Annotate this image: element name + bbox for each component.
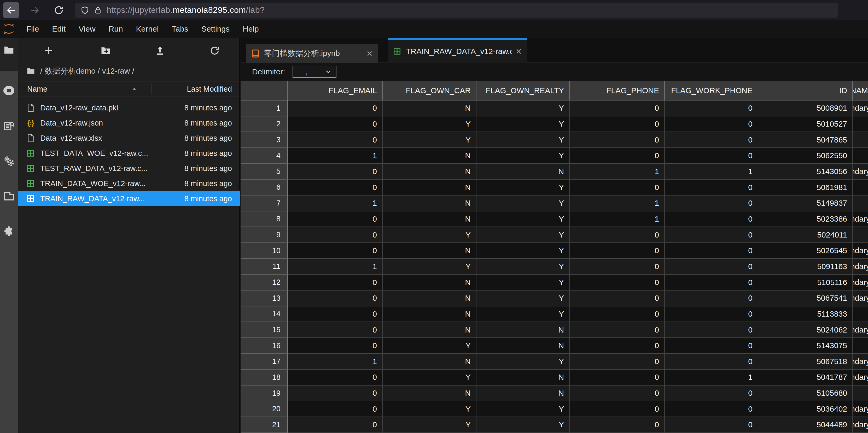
breadcrumb[interactable]: / 数据分析demo / v12-raw / xyxy=(18,64,240,78)
grid-cell: N xyxy=(383,243,476,259)
file-list-item[interactable]: {:}Data_v12-raw.json8 minutes ago xyxy=(18,115,240,131)
menu-item-file[interactable]: File xyxy=(20,25,45,33)
menu-item-help[interactable]: Help xyxy=(236,25,266,33)
grid-cell-truncated xyxy=(853,116,868,132)
upload-button[interactable] xyxy=(154,44,167,57)
file-list-item[interactable]: TRAIN_DATA_WOE_v12-raw...8 minutes ago xyxy=(18,176,240,191)
menu-item-run[interactable]: Run xyxy=(102,25,130,33)
grid-column-header: FLAG_OWN_REALTY xyxy=(476,81,570,100)
running-kernels-icon[interactable] xyxy=(2,84,16,98)
csv-file-icon xyxy=(26,164,35,173)
refresh-button[interactable] xyxy=(208,44,221,57)
file-name: Data_v12-raw_data.pkl xyxy=(40,104,118,112)
delimiter-value: , xyxy=(306,67,308,76)
file-last-modified: 8 minutes ago xyxy=(184,179,232,188)
file-list-item[interactable]: TEST_DATA_WOE_v12-raw.c...8 minutes ago xyxy=(18,146,240,161)
grid-cell-truncated xyxy=(853,179,868,196)
column-header-last-modified[interactable]: Last Modified xyxy=(187,85,232,94)
file-list-item[interactable]: Data_v12-raw_data.pkl8 minutes ago xyxy=(18,100,240,115)
menu-item-tabs[interactable]: Tabs xyxy=(165,25,195,33)
csv-toolbar: Delimiter: , xyxy=(241,63,868,81)
tab-active[interactable]: TRAIN_RAW_DATA_v12-raw.c× xyxy=(388,38,527,63)
grid-row-number: 14 xyxy=(241,306,288,322)
menu-items: FileEditViewRunKernelTabsSettingsHelp xyxy=(20,25,266,33)
grid-cell: 5091163 xyxy=(758,259,853,275)
property-inspector-icon[interactable] xyxy=(2,119,16,133)
grid-cell-truncated: ndary xyxy=(853,164,868,180)
notebook-icon xyxy=(251,49,260,58)
shield-icon xyxy=(81,6,89,14)
breadcrumb-path: / 数据分析demo / v12-raw / xyxy=(40,66,134,76)
column-header-name[interactable]: Name xyxy=(27,85,47,94)
grid-cell: 5023386 xyxy=(758,211,853,227)
grid-row-number: 1 xyxy=(241,100,288,116)
grid-cell: 0 xyxy=(665,196,758,211)
menu-item-edit[interactable]: Edit xyxy=(45,25,72,33)
grid-cell-truncated xyxy=(853,338,868,354)
grid-cell: 0 xyxy=(665,291,758,306)
grid-cell-truncated xyxy=(853,227,868,243)
grid-cell: 0 xyxy=(570,401,665,417)
menu-item-kernel[interactable]: Kernel xyxy=(130,25,165,33)
file-browser-icon[interactable] xyxy=(2,43,16,57)
grid-cell: N xyxy=(383,354,476,370)
open-tabs-icon[interactable] xyxy=(2,189,16,203)
grid-row-number: 20 xyxy=(241,401,288,417)
csv-file-icon xyxy=(26,194,35,203)
url-bar[interactable]: https://jupyterlab.metanoia8295.com/lab? xyxy=(75,3,838,18)
grid-cell: N xyxy=(476,386,570,401)
new-folder-button[interactable] xyxy=(99,44,112,57)
settings-gears-icon[interactable] xyxy=(2,154,16,168)
grid-cell: 0 xyxy=(288,100,383,116)
grid-cell: 0 xyxy=(665,116,758,132)
grid-cell: 0 xyxy=(570,227,665,243)
grid-cell: 0 xyxy=(288,322,383,338)
grid-cell-truncated: ndary xyxy=(853,370,868,386)
menu-item-view[interactable]: View xyxy=(72,25,102,33)
tab-inactive[interactable]: 零门槛数据分析.ipynb× xyxy=(246,44,378,63)
grid-cell: Y xyxy=(383,338,476,354)
grid-cell: 1 xyxy=(570,164,665,180)
grid-cell: 0 xyxy=(665,306,758,322)
grid-column-header: FLAG_EMAIL xyxy=(288,81,383,100)
sort-ascending-icon[interactable] xyxy=(131,86,138,92)
browser-back-button[interactable] xyxy=(3,2,19,18)
csv-icon xyxy=(393,47,402,56)
close-icon[interactable]: × xyxy=(516,46,522,56)
url-domain: metanoia8295.com xyxy=(173,5,246,15)
file-last-modified: 8 minutes ago xyxy=(184,164,232,173)
file-list-item[interactable]: TRAIN_RAW_DATA_v12-raw...8 minutes ago xyxy=(18,191,240,206)
grid-cell: N xyxy=(476,370,570,386)
new-launcher-button[interactable] xyxy=(42,44,55,57)
grid-cell: 1 xyxy=(570,211,665,227)
grid-cell: 5105116 xyxy=(758,274,853,291)
grid-cell: 0 xyxy=(288,386,383,401)
grid-cell: 5062550 xyxy=(758,148,853,164)
grid-column-header: NAM xyxy=(853,81,868,100)
file-list-item[interactable]: Data_v12-raw.xlsx8 minutes ago xyxy=(18,131,240,146)
main-dock-panel: 零门槛数据分析.ipynb×TRAIN_RAW_DATA_v12-raw.c× … xyxy=(241,38,868,433)
browser-reload-button[interactable] xyxy=(51,2,67,18)
grid-cell: Y xyxy=(476,243,570,259)
grid-cell: 0 xyxy=(570,116,665,132)
grid-cell-truncated xyxy=(853,196,868,211)
file-last-modified: 8 minutes ago xyxy=(184,134,232,142)
delimiter-select[interactable]: , xyxy=(292,66,336,78)
extensions-icon[interactable] xyxy=(2,225,16,239)
file-list-item[interactable]: TEST_RAW_DATA_v12-raw.c...8 minutes ago xyxy=(18,161,240,176)
grid-cell: 5026545 xyxy=(758,243,853,259)
csv-data-grid: FLAG_EMAILFLAG_OWN_CARFLAG_OWN_REALTYFLA… xyxy=(241,81,868,433)
menu-item-settings[interactable]: Settings xyxy=(195,25,236,33)
close-icon[interactable]: × xyxy=(367,48,372,59)
grid-cell: 1 xyxy=(665,370,758,386)
url-scheme: https://jupyterlab. xyxy=(106,5,173,15)
grid-cell: Y xyxy=(476,196,570,211)
grid-column-header: FLAG_WORK_PHONE xyxy=(665,81,758,100)
grid-cell: Y xyxy=(476,211,570,227)
browser-forward-button[interactable] xyxy=(27,2,43,18)
grid-cell: Y xyxy=(383,132,476,148)
grid-cell: 0 xyxy=(665,179,758,196)
csv-file-icon xyxy=(26,149,35,158)
grid-cell: 0 xyxy=(288,274,383,291)
grid-cell: N xyxy=(383,164,476,180)
